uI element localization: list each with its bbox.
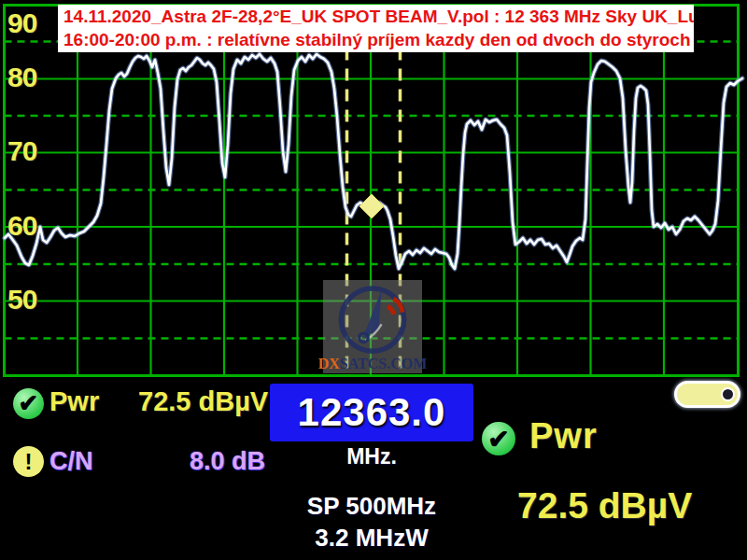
y-axis-tick-90: 90	[7, 9, 36, 37]
frequency-display-box: 12363.0	[270, 384, 473, 441]
pwr-value: 72.5 dBµV	[138, 386, 268, 417]
banner-line2: 16:00-20:00 p.m. : relatívne stabilný pr…	[63, 28, 688, 51]
annotation-banner: 14.11.2020_Astra 2F-28,2°E_UK SPOT BEAM_…	[58, 5, 694, 52]
y-axis-tick-70: 70	[7, 137, 36, 165]
spectrum-analyzer-screen: 90 80 70 60 50 14.11.2020_Astra 2F-28,2°…	[0, 0, 747, 560]
watermark-rest: SATCS.COM	[340, 356, 428, 371]
y-axis-tick-50: 50	[7, 286, 36, 314]
pwr-label: Pwr	[49, 386, 99, 417]
y-axis-tick-60: 60	[7, 212, 36, 240]
bandwidth-setting: 3.2 MHzW	[250, 524, 493, 553]
pwr-ok-check-icon-large: ✔	[482, 422, 515, 455]
watermark-dx: DX	[318, 356, 340, 371]
battery-icon	[674, 381, 740, 408]
cn-value: 8.0 dB	[190, 447, 265, 476]
watermark-text: DXSATCS.COM	[318, 356, 428, 372]
marker-diamond	[359, 194, 384, 218]
dxsatcs-watermark: DXSATCS.COM	[323, 280, 422, 373]
pwr-label-large: Pwr	[529, 416, 598, 456]
satellite-dish-logo-icon	[335, 281, 410, 356]
cn-label: C/N	[49, 447, 93, 476]
frequency-value: 12363.0	[298, 390, 446, 435]
span-setting: SP 500MHz	[250, 492, 493, 521]
cn-warning-icon: !	[13, 446, 44, 477]
banner-line1: 14.11.2020_Astra 2F-28,2°E_UK SPOT BEAM_…	[63, 5, 688, 28]
battery-terminal	[721, 387, 735, 401]
pwr-ok-check-icon: ✔	[13, 388, 44, 419]
y-axis-tick-80: 80	[7, 63, 36, 91]
pwr-value-large: 72.5 dBµV	[517, 485, 692, 526]
frequency-unit: MHz.	[270, 444, 473, 469]
